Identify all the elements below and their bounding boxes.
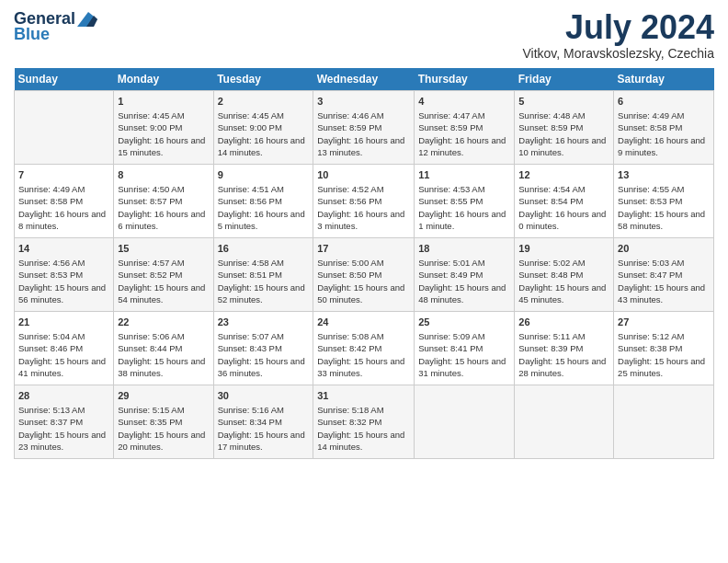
header-thursday: Thursday [415, 68, 515, 91]
cell-content: Sunrise: 5:15 AM Sunset: 8:35 PM Dayligh… [118, 404, 209, 453]
day-number: 12 [518, 168, 609, 182]
day-number: 7 [18, 168, 109, 182]
day-number: 9 [218, 168, 310, 182]
cell-content: Sunrise: 5:18 AM Sunset: 8:32 PM Dayligh… [317, 404, 410, 453]
day-number: 10 [317, 168, 410, 182]
day-number: 28 [18, 389, 109, 403]
day-number: 25 [418, 316, 510, 329]
header-sunday: Sunday [15, 68, 114, 91]
cell-content: Sunrise: 4:52 AM Sunset: 8:56 PM Dayligh… [317, 183, 410, 232]
calendar-cell: 12Sunrise: 4:54 AM Sunset: 8:54 PM Dayli… [515, 164, 614, 237]
cell-content: Sunrise: 4:47 AM Sunset: 8:59 PM Dayligh… [418, 109, 510, 158]
cell-content: Sunrise: 5:08 AM Sunset: 8:42 PM Dayligh… [317, 330, 410, 379]
day-number: 3 [317, 95, 410, 109]
day-number: 18 [418, 242, 510, 256]
day-number: 15 [118, 242, 209, 256]
day-number: 13 [618, 168, 710, 182]
day-number: 30 [218, 389, 310, 403]
day-number: 8 [118, 168, 209, 182]
title-section: July 2024 Vitkov, Moravskoslezsky, Czech… [522, 9, 714, 61]
day-number: 20 [618, 242, 710, 256]
day-number: 11 [418, 168, 510, 182]
cell-content: Sunrise: 4:57 AM Sunset: 8:52 PM Dayligh… [118, 257, 209, 305]
day-number: 29 [118, 389, 209, 403]
calendar-cell: 7Sunrise: 4:49 AM Sunset: 8:58 PM Daylig… [15, 164, 114, 237]
header-monday: Monday [114, 68, 213, 91]
day-number: 22 [118, 316, 209, 329]
logo: General Blue [14, 9, 97, 44]
calendar-cell: 22Sunrise: 5:06 AM Sunset: 8:44 PM Dayli… [114, 311, 213, 385]
calendar-cell [15, 90, 114, 164]
day-number: 24 [317, 316, 410, 329]
week-row-2: 7Sunrise: 4:49 AM Sunset: 8:58 PM Daylig… [15, 164, 714, 237]
cell-content: Sunrise: 5:04 AM Sunset: 8:46 PM Dayligh… [18, 330, 109, 379]
week-row-4: 21Sunrise: 5:04 AM Sunset: 8:46 PM Dayli… [15, 311, 714, 385]
cell-content: Sunrise: 5:07 AM Sunset: 8:43 PM Dayligh… [218, 330, 310, 379]
day-number: 26 [518, 316, 609, 329]
day-number: 16 [218, 242, 310, 256]
calendar-cell: 8Sunrise: 4:50 AM Sunset: 8:57 PM Daylig… [114, 164, 213, 237]
cell-content: Sunrise: 4:58 AM Sunset: 8:51 PM Dayligh… [218, 257, 310, 305]
calendar-cell: 2Sunrise: 4:45 AM Sunset: 9:00 PM Daylig… [213, 90, 313, 164]
cell-content: Sunrise: 5:13 AM Sunset: 8:37 PM Dayligh… [18, 404, 109, 453]
calendar-cell: 4Sunrise: 4:47 AM Sunset: 8:59 PM Daylig… [415, 90, 515, 164]
cell-content: Sunrise: 4:48 AM Sunset: 8:59 PM Dayligh… [518, 109, 609, 158]
day-number: 14 [18, 242, 109, 256]
calendar-cell: 16Sunrise: 4:58 AM Sunset: 8:51 PM Dayli… [213, 237, 313, 311]
calendar-cell: 23Sunrise: 5:07 AM Sunset: 8:43 PM Dayli… [213, 311, 313, 385]
day-number: 5 [518, 95, 609, 109]
day-number: 4 [418, 95, 510, 109]
calendar-cell: 5Sunrise: 4:48 AM Sunset: 8:59 PM Daylig… [515, 90, 614, 164]
week-row-1: 1Sunrise: 4:45 AM Sunset: 9:00 PM Daylig… [15, 90, 714, 164]
day-number: 27 [618, 316, 710, 329]
calendar-cell: 17Sunrise: 5:00 AM Sunset: 8:50 PM Dayli… [313, 237, 415, 311]
cell-content: Sunrise: 5:00 AM Sunset: 8:50 PM Dayligh… [317, 257, 410, 305]
day-number: 2 [218, 95, 310, 109]
calendar-cell: 13Sunrise: 4:55 AM Sunset: 8:53 PM Dayli… [614, 164, 714, 237]
logo-blue: Blue [14, 25, 50, 44]
cell-content: Sunrise: 4:56 AM Sunset: 8:53 PM Dayligh… [18, 257, 109, 305]
cell-content: Sunrise: 5:11 AM Sunset: 8:39 PM Dayligh… [518, 330, 609, 379]
day-number: 31 [317, 389, 410, 403]
cell-content: Sunrise: 5:01 AM Sunset: 8:49 PM Dayligh… [418, 257, 510, 305]
calendar-cell: 19Sunrise: 5:02 AM Sunset: 8:48 PM Dayli… [515, 237, 614, 311]
calendar-cell: 28Sunrise: 5:13 AM Sunset: 8:37 PM Dayli… [15, 385, 114, 458]
calendar-cell: 18Sunrise: 5:01 AM Sunset: 8:49 PM Dayli… [415, 237, 515, 311]
header-tuesday: Tuesday [213, 68, 313, 91]
calendar-cell: 20Sunrise: 5:03 AM Sunset: 8:47 PM Dayli… [614, 237, 714, 311]
cell-content: Sunrise: 4:51 AM Sunset: 8:56 PM Dayligh… [218, 183, 310, 232]
calendar-cell: 15Sunrise: 4:57 AM Sunset: 8:52 PM Dayli… [114, 237, 213, 311]
calendar-cell: 31Sunrise: 5:18 AM Sunset: 8:32 PM Dayli… [313, 385, 415, 458]
day-number: 6 [618, 95, 710, 109]
day-number: 23 [218, 316, 310, 329]
calendar-cell: 11Sunrise: 4:53 AM Sunset: 8:55 PM Dayli… [415, 164, 515, 237]
header-friday: Friday [515, 68, 614, 91]
location: Vitkov, Moravskoslezsky, Czechia [522, 46, 714, 61]
week-row-5: 28Sunrise: 5:13 AM Sunset: 8:37 PM Dayli… [15, 385, 714, 458]
cell-content: Sunrise: 4:49 AM Sunset: 8:58 PM Dayligh… [618, 109, 710, 158]
cell-content: Sunrise: 4:50 AM Sunset: 8:57 PM Dayligh… [118, 183, 209, 232]
header-row: Sunday Monday Tuesday Wednesday Thursday… [15, 68, 714, 91]
header-wednesday: Wednesday [313, 68, 415, 91]
calendar-cell: 30Sunrise: 5:16 AM Sunset: 8:34 PM Dayli… [213, 385, 313, 458]
calendar-cell: 27Sunrise: 5:12 AM Sunset: 8:38 PM Dayli… [614, 311, 714, 385]
cell-content: Sunrise: 4:49 AM Sunset: 8:58 PM Dayligh… [18, 183, 109, 232]
calendar-cell: 1Sunrise: 4:45 AM Sunset: 9:00 PM Daylig… [114, 90, 213, 164]
page-container: General Blue July 2024 Vitkov, Moravskos… [0, 0, 728, 468]
calendar-cell: 21Sunrise: 5:04 AM Sunset: 8:46 PM Dayli… [15, 311, 114, 385]
calendar-cell [614, 385, 714, 458]
week-row-3: 14Sunrise: 4:56 AM Sunset: 8:53 PM Dayli… [15, 237, 714, 311]
cell-content: Sunrise: 5:12 AM Sunset: 8:38 PM Dayligh… [618, 330, 710, 379]
cell-content: Sunrise: 5:02 AM Sunset: 8:48 PM Dayligh… [518, 257, 609, 305]
day-number: 19 [518, 242, 609, 256]
cell-content: Sunrise: 5:03 AM Sunset: 8:47 PM Dayligh… [618, 257, 710, 305]
calendar-cell: 14Sunrise: 4:56 AM Sunset: 8:53 PM Dayli… [15, 237, 114, 311]
cell-content: Sunrise: 4:46 AM Sunset: 8:59 PM Dayligh… [317, 109, 410, 158]
calendar-cell: 9Sunrise: 4:51 AM Sunset: 8:56 PM Daylig… [213, 164, 313, 237]
cell-content: Sunrise: 4:55 AM Sunset: 8:53 PM Dayligh… [618, 183, 710, 232]
header-saturday: Saturday [614, 68, 714, 91]
month-title: July 2024 [522, 9, 714, 46]
cell-content: Sunrise: 4:45 AM Sunset: 9:00 PM Dayligh… [218, 109, 310, 158]
day-number: 21 [18, 316, 109, 329]
logo-icon [77, 12, 97, 27]
